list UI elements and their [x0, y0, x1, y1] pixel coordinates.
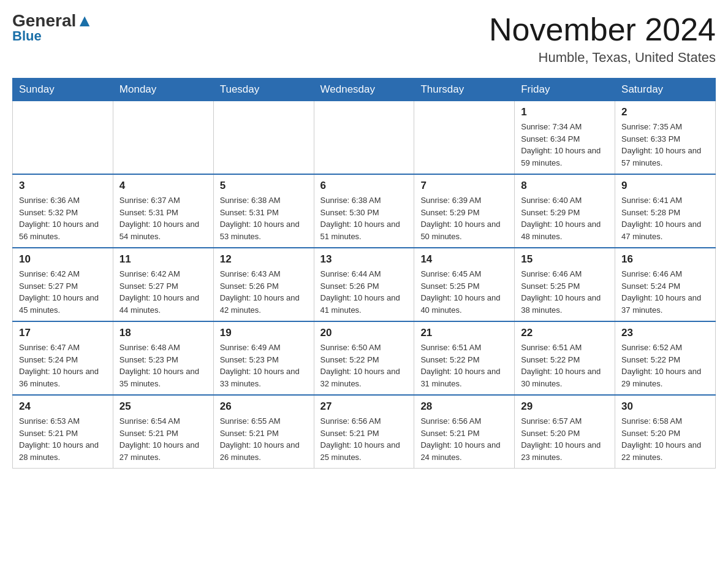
weekday-header-thursday: Thursday [414, 79, 515, 101]
weekday-header-friday: Friday [515, 79, 615, 101]
day-number: 9 [621, 180, 709, 192]
day-number: 3 [19, 180, 107, 192]
calendar-cell: 22Sunrise: 6:51 AMSunset: 5:22 PMDayligh… [515, 321, 615, 395]
calendar-week-row: 24Sunrise: 6:53 AMSunset: 5:21 PMDayligh… [13, 395, 716, 469]
day-number: 22 [521, 327, 609, 339]
day-number: 8 [521, 180, 609, 192]
calendar-cell: 7Sunrise: 6:39 AMSunset: 5:29 PMDaylight… [414, 174, 515, 248]
calendar-cell: 28Sunrise: 6:56 AMSunset: 5:21 PMDayligh… [414, 395, 515, 469]
title-area: November 2024 Humble, Texas, United Stat… [489, 12, 716, 66]
day-info: Sunrise: 6:56 AMSunset: 5:21 PMDaylight:… [420, 415, 508, 463]
calendar-header-row: SundayMondayTuesdayWednesdayThursdayFrid… [13, 79, 716, 101]
calendar-cell [414, 101, 515, 175]
calendar-cell: 16Sunrise: 6:46 AMSunset: 5:24 PMDayligh… [615, 248, 716, 321]
calendar-cell: 29Sunrise: 6:57 AMSunset: 5:20 PMDayligh… [515, 395, 615, 469]
day-info: Sunrise: 6:44 AMSunset: 5:26 PMDaylight:… [320, 268, 408, 316]
day-number: 5 [220, 180, 308, 192]
day-info: Sunrise: 6:47 AMSunset: 5:24 PMDaylight:… [19, 342, 107, 389]
day-number: 27 [320, 400, 408, 413]
calendar-cell [113, 101, 213, 175]
calendar-cell: 24Sunrise: 6:53 AMSunset: 5:21 PMDayligh… [13, 395, 113, 469]
weekday-header-tuesday: Tuesday [213, 79, 314, 101]
day-info: Sunrise: 6:56 AMSunset: 5:21 PMDaylight:… [320, 415, 408, 463]
day-number: 16 [621, 253, 709, 266]
day-info: Sunrise: 6:52 AMSunset: 5:22 PMDaylight:… [621, 342, 709, 389]
day-info: Sunrise: 7:35 AMSunset: 6:33 PMDaylight:… [621, 121, 709, 169]
calendar-cell: 26Sunrise: 6:55 AMSunset: 5:21 PMDayligh… [213, 395, 314, 469]
day-number: 30 [621, 400, 709, 413]
day-number: 1 [521, 106, 609, 118]
calendar-cell: 14Sunrise: 6:45 AMSunset: 5:25 PMDayligh… [414, 248, 515, 321]
calendar-cell: 18Sunrise: 6:48 AMSunset: 5:23 PMDayligh… [113, 321, 213, 395]
calendar-cell: 11Sunrise: 6:42 AMSunset: 5:27 PMDayligh… [113, 248, 213, 321]
calendar-cell: 21Sunrise: 6:51 AMSunset: 5:22 PMDayligh… [414, 321, 515, 395]
calendar-cell [213, 101, 314, 175]
day-info: Sunrise: 6:55 AMSunset: 5:21 PMDaylight:… [220, 415, 308, 463]
calendar-cell: 12Sunrise: 6:43 AMSunset: 5:26 PMDayligh… [213, 248, 314, 321]
logo-blue-text: Blue [12, 28, 42, 44]
day-info: Sunrise: 6:50 AMSunset: 5:22 PMDaylight:… [320, 342, 408, 389]
weekday-header-sunday: Sunday [13, 79, 113, 101]
day-number: 15 [521, 253, 609, 266]
calendar-cell: 20Sunrise: 6:50 AMSunset: 5:22 PMDayligh… [314, 321, 414, 395]
day-number: 20 [320, 327, 408, 339]
calendar-cell: 3Sunrise: 6:36 AMSunset: 5:32 PMDaylight… [13, 174, 113, 248]
day-number: 13 [320, 253, 408, 266]
day-info: Sunrise: 6:42 AMSunset: 5:27 PMDaylight:… [19, 268, 107, 316]
weekday-header-saturday: Saturday [615, 79, 716, 101]
calendar-cell: 13Sunrise: 6:44 AMSunset: 5:26 PMDayligh… [314, 248, 414, 321]
day-number: 4 [119, 180, 207, 192]
calendar-cell: 8Sunrise: 6:40 AMSunset: 5:29 PMDaylight… [515, 174, 615, 248]
day-number: 14 [420, 253, 508, 266]
day-info: Sunrise: 6:45 AMSunset: 5:25 PMDaylight:… [420, 268, 508, 316]
calendar-cell: 1Sunrise: 7:34 AMSunset: 6:34 PMDaylight… [515, 101, 615, 175]
weekday-header-monday: Monday [113, 79, 213, 101]
location-title: Humble, Texas, United States [489, 50, 716, 66]
day-info: Sunrise: 6:38 AMSunset: 5:31 PMDaylight:… [220, 194, 308, 242]
day-info: Sunrise: 6:51 AMSunset: 5:22 PMDaylight:… [420, 342, 508, 389]
calendar-week-row: 10Sunrise: 6:42 AMSunset: 5:27 PMDayligh… [13, 248, 716, 321]
day-info: Sunrise: 6:53 AMSunset: 5:21 PMDaylight:… [19, 415, 107, 463]
calendar-cell: 6Sunrise: 6:38 AMSunset: 5:30 PMDaylight… [314, 174, 414, 248]
day-info: Sunrise: 6:57 AMSunset: 5:20 PMDaylight:… [521, 415, 609, 463]
day-number: 28 [420, 400, 508, 413]
day-number: 25 [119, 400, 207, 413]
day-info: Sunrise: 6:43 AMSunset: 5:26 PMDaylight:… [220, 268, 308, 316]
day-info: Sunrise: 6:54 AMSunset: 5:21 PMDaylight:… [119, 415, 207, 463]
day-info: Sunrise: 6:49 AMSunset: 5:23 PMDaylight:… [220, 342, 308, 389]
calendar-cell: 5Sunrise: 6:38 AMSunset: 5:31 PMDaylight… [213, 174, 314, 248]
day-info: Sunrise: 6:51 AMSunset: 5:22 PMDaylight:… [521, 342, 609, 389]
day-info: Sunrise: 6:40 AMSunset: 5:29 PMDaylight:… [521, 194, 609, 242]
day-number: 2 [621, 106, 709, 118]
day-info: Sunrise: 6:42 AMSunset: 5:27 PMDaylight:… [119, 268, 207, 316]
month-title: November 2024 [489, 12, 716, 47]
calendar-cell [314, 101, 414, 175]
day-info: Sunrise: 6:36 AMSunset: 5:32 PMDaylight:… [19, 194, 107, 242]
weekday-header-wednesday: Wednesday [314, 79, 414, 101]
day-info: Sunrise: 6:38 AMSunset: 5:30 PMDaylight:… [320, 194, 408, 242]
day-number: 29 [521, 400, 609, 413]
calendar-week-row: 1Sunrise: 7:34 AMSunset: 6:34 PMDaylight… [13, 101, 716, 175]
day-info: Sunrise: 6:37 AMSunset: 5:31 PMDaylight:… [119, 194, 207, 242]
day-number: 19 [220, 327, 308, 339]
day-info: Sunrise: 6:46 AMSunset: 5:24 PMDaylight:… [621, 268, 709, 316]
day-number: 11 [119, 253, 207, 266]
day-info: Sunrise: 6:41 AMSunset: 5:28 PMDaylight:… [621, 194, 709, 242]
day-number: 7 [420, 180, 508, 192]
day-number: 23 [621, 327, 709, 339]
calendar-table: SundayMondayTuesdayWednesdayThursdayFrid… [12, 78, 716, 469]
logo-triangle-icon: ▲ [76, 11, 93, 30]
day-info: Sunrise: 6:39 AMSunset: 5:29 PMDaylight:… [420, 194, 508, 242]
calendar-cell: 4Sunrise: 6:37 AMSunset: 5:31 PMDaylight… [113, 174, 213, 248]
page-header: General▲ Blue November 2024 Humble, Texa… [12, 12, 716, 66]
day-number: 21 [420, 327, 508, 339]
day-info: Sunrise: 6:58 AMSunset: 5:20 PMDaylight:… [621, 415, 709, 463]
logo-general-text: General▲ [12, 12, 93, 29]
calendar-cell: 17Sunrise: 6:47 AMSunset: 5:24 PMDayligh… [13, 321, 113, 395]
day-number: 26 [220, 400, 308, 413]
calendar-cell: 23Sunrise: 6:52 AMSunset: 5:22 PMDayligh… [615, 321, 716, 395]
calendar-cell: 30Sunrise: 6:58 AMSunset: 5:20 PMDayligh… [615, 395, 716, 469]
day-info: Sunrise: 7:34 AMSunset: 6:34 PMDaylight:… [521, 121, 609, 169]
day-number: 6 [320, 180, 408, 192]
day-number: 12 [220, 253, 308, 266]
